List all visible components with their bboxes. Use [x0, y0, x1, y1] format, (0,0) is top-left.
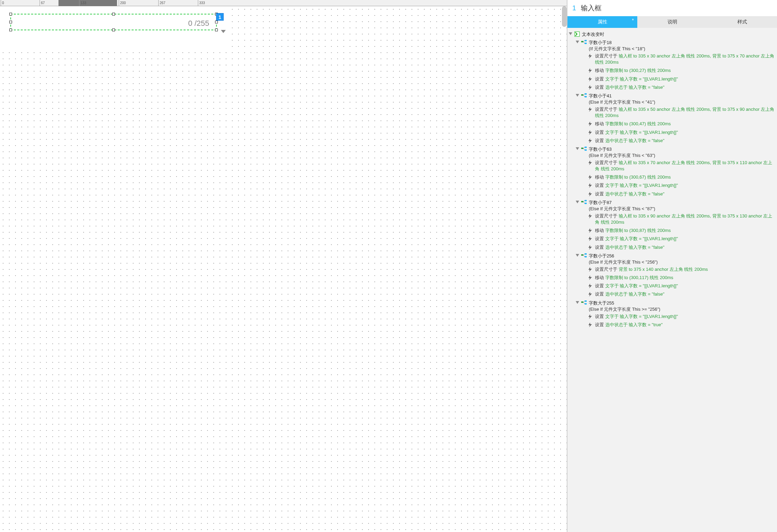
svg-marker-39	[588, 228, 592, 233]
case-block[interactable]: 字数大于255(Else If 元件文字长度 This >= "256")设置 …	[576, 300, 776, 329]
expand-toggle-icon[interactable]	[576, 147, 580, 151]
case-title: 字数小于256	[589, 253, 658, 259]
inspector-tabs: 属性 * 说明 样式	[567, 16, 777, 28]
case-block[interactable]: 字数小于256(Else If 元件文字长度 This < "256")设置尺寸…	[576, 253, 776, 299]
tab-style[interactable]: 样式	[707, 16, 777, 28]
event-row[interactable]: 文本改变时	[569, 31, 776, 38]
expand-toggle-icon[interactable]	[576, 254, 580, 258]
action-row[interactable]: 设置尺寸于 输入框 to 335 x 70 anchor 左上角 线性 200m…	[588, 159, 776, 173]
resize-handle-tl[interactable]	[9, 13, 12, 15]
action-row[interactable]: 设置 文字于 输入字数 = "[[LVAR1.length]]"	[588, 235, 776, 243]
svg-rect-5	[585, 43, 587, 44]
resize-handle-mr[interactable]	[215, 21, 218, 23]
case-icon	[581, 93, 587, 98]
bolt-icon	[588, 267, 593, 272]
expand-toggle-icon[interactable]	[576, 41, 580, 45]
canvas-pane[interactable]: 0 67 133 200 267 333 1 0 /255	[0, 0, 567, 532]
action-text: 设置尺寸于 输入框 to 335 x 50 anchor 左上角 线性 200m…	[595, 106, 776, 119]
action-row[interactable]: 设置 选中状态于 输入字数 = "false"	[588, 137, 776, 145]
widget-name[interactable]: 输入框	[581, 3, 602, 13]
svg-marker-18	[588, 107, 592, 112]
svg-marker-11	[588, 85, 592, 90]
bolt-icon	[588, 160, 593, 165]
tab-properties[interactable]: 属性 *	[567, 16, 637, 28]
action-list: 设置尺寸于 背景 to 375 x 140 anchor 左上角 线性 200m…	[576, 265, 776, 299]
expand-toggle-icon[interactable]	[569, 32, 573, 36]
resize-handle-tm[interactable]	[112, 13, 115, 15]
bolt-icon	[588, 192, 593, 196]
action-row[interactable]: 设置 文字于 输入字数 = "[[LVAR1.length]]"	[588, 282, 776, 290]
bolt-icon	[588, 107, 593, 112]
dropdown-arrow-icon[interactable]	[221, 30, 226, 33]
footnote-badge[interactable]: 1	[216, 13, 224, 21]
vertical-scrollbar[interactable]	[562, 6, 567, 27]
case-icon	[581, 300, 587, 306]
action-row[interactable]: 设置 文字于 输入字数 = "[[LVAR1.length]]"	[588, 75, 776, 83]
svg-marker-10	[588, 77, 592, 82]
action-row[interactable]: 设置 文字于 输入字数 = "[[LVAR1.length]]"	[588, 128, 776, 137]
action-row[interactable]: 移动 字数限制 to (300,27) 线性 200ms	[588, 66, 776, 75]
action-row[interactable]: 设置 选中状态于 输入字数 = "true"	[588, 321, 776, 329]
bolt-icon	[588, 138, 593, 143]
svg-marker-42	[576, 254, 579, 257]
tab-label: 说明	[668, 19, 677, 25]
action-row[interactable]: 移动 字数限制 to (300,67) 线性 200ms	[588, 173, 776, 181]
action-row[interactable]: 设置尺寸于 输入框 to 335 x 90 anchor 左上角 线性 200m…	[588, 212, 776, 226]
svg-line-27	[583, 148, 585, 150]
case-header[interactable]: 字数小于18(If 元件文字长度 This < "18")	[576, 40, 776, 52]
bolt-icon	[588, 121, 593, 126]
case-header[interactable]: 字数小于63(Else If 元件文字长度 This < "63")	[576, 146, 776, 159]
case-block[interactable]: 字数小于63(Else If 元件文字长度 This < "63")设置尺寸于 …	[576, 146, 776, 198]
svg-line-17	[583, 95, 585, 97]
resize-handle-br[interactable]	[215, 29, 218, 31]
svg-rect-13	[581, 94, 583, 96]
svg-line-57	[583, 302, 585, 304]
ruler-tick: 67	[40, 0, 45, 6]
interactions-tree[interactable]: 文本改变时 字数小于18(If 元件文字长度 This < "18")设置尺寸于…	[567, 28, 777, 532]
action-row[interactable]: 设置 文字于 输入字数 = "[[LVAR1.length]]"	[588, 312, 776, 321]
tab-notes[interactable]: 说明	[637, 16, 707, 28]
case-block[interactable]: 字数小于41(Else If 元件文字长度 This < "41")设置尺寸于 …	[576, 93, 776, 145]
svg-rect-15	[585, 96, 587, 97]
action-text: 设置 选中状态于 输入字数 = "false"	[595, 244, 664, 251]
resize-handle-bm[interactable]	[112, 29, 115, 31]
svg-marker-12	[576, 94, 579, 97]
action-text: 设置 文字于 输入字数 = "[[LVAR1.length]]"	[595, 283, 678, 289]
bolt-icon	[588, 214, 593, 219]
svg-rect-24	[585, 147, 587, 148]
svg-marker-58	[588, 314, 592, 319]
bolt-icon	[588, 284, 593, 288]
case-header[interactable]: 字数小于41(Else If 元件文字长度 This < "41")	[576, 93, 776, 105]
footnote-number: 1	[572, 4, 576, 12]
action-row[interactable]: 设置尺寸于 输入框 to 335 x 50 anchor 左上角 线性 200m…	[588, 105, 776, 120]
resize-handle-bl[interactable]	[9, 29, 12, 31]
action-row[interactable]: 移动 字数限制 to (300,87) 线性 200ms	[588, 226, 776, 235]
dot-grid	[0, 6, 567, 532]
expand-toggle-icon[interactable]	[576, 94, 580, 98]
case-header[interactable]: 字数大于255(Else If 元件文字长度 This >= "256")	[576, 300, 776, 312]
action-row[interactable]: 设置尺寸于 输入框 to 335 x 30 anchor 左上角 线性 200m…	[588, 52, 776, 66]
action-row[interactable]: 设置 选中状态于 输入字数 = "false"	[588, 290, 776, 298]
svg-line-47	[583, 255, 585, 257]
action-row[interactable]: 设置尺寸于 背景 to 375 x 140 anchor 左上角 线性 200m…	[588, 265, 776, 274]
resize-handle-ml[interactable]	[9, 21, 12, 23]
case-header[interactable]: 字数小于87(Else If 元件文字长度 This < "87")	[576, 200, 776, 212]
action-text: 设置 文字于 输入字数 = "[[LVAR1.length]]"	[595, 236, 678, 242]
action-row[interactable]: 设置 选中状态于 输入字数 = "false"	[588, 190, 776, 198]
action-row[interactable]: 设置 文字于 输入字数 = "[[LVAR1.length]]"	[588, 181, 776, 190]
action-row[interactable]: 设置 选中状态于 输入字数 = "false"	[588, 243, 776, 252]
expand-toggle-icon[interactable]	[576, 301, 580, 305]
action-row[interactable]: 设置 选中状态于 输入字数 = "false"	[588, 83, 776, 92]
event-icon	[574, 31, 580, 37]
selected-widget[interactable]: 1 0 /255	[10, 14, 217, 30]
action-row[interactable]: 移动 字数限制 to (300,117) 线性 200ms	[588, 274, 776, 282]
case-block[interactable]: 字数小于87(Else If 元件文字长度 This < "87")设置尺寸于 …	[576, 200, 776, 252]
case-header[interactable]: 字数小于256(Else If 元件文字长度 This < "256")	[576, 253, 776, 265]
case-title: 字数小于87	[589, 200, 655, 206]
svg-rect-44	[585, 253, 587, 255]
expand-toggle-icon[interactable]	[576, 201, 580, 205]
action-row[interactable]: 移动 字数限制 to (300,47) 线性 200ms	[588, 120, 776, 128]
case-block[interactable]: 字数小于18(If 元件文字长度 This < "18")设置尺寸于 输入框 t…	[576, 40, 776, 92]
char-counter-text: 0 /255	[188, 19, 209, 28]
case-condition: (Else If 元件文字长度 This < "41")	[589, 99, 655, 105]
